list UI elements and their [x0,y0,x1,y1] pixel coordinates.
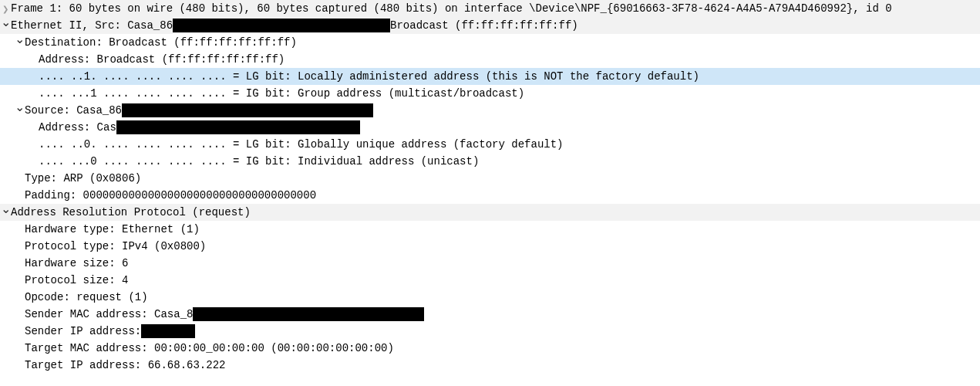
arp-target-ip: Target IP address: 66.68.63.222 [25,357,225,374]
packet-details-tree: Frame 1: 60 bytes on wire (480 bits), 60… [0,0,980,374]
eth-type-row[interactable]: Type: ARP (0x0806) [0,170,980,187]
arp-target-ip-row[interactable]: Target IP address: 66.68.63.222 [0,357,980,374]
arp-protosize-row[interactable]: Protocol size: 4 [0,272,980,289]
arp-summary-row[interactable]: Address Resolution Protocol (request) [0,204,980,221]
arp-sender-mac-prefix: Sender MAC address: Casa_8 [25,306,193,323]
redacted-block [193,307,424,321]
arp-summary: Address Resolution Protocol (request) [11,204,251,221]
redacted-block [141,324,195,338]
eth-dst-address-row[interactable]: Address: Broadcast (ff:ff:ff:ff:ff:ff) [0,51,980,68]
eth-summary-row[interactable]: Ethernet II, Src: Casa_86 Broadcast (ff:… [0,17,980,34]
frame-summary-row[interactable]: Frame 1: 60 bytes on wire (480 bits), 60… [0,0,980,17]
arp-sender-ip-prefix: Sender IP address: [25,323,141,340]
arp-target-mac-row[interactable]: Target MAC address: 00:00:00_00:00:00 (0… [0,340,980,357]
arp-hwsize: Hardware size: 6 [25,255,128,272]
collapse-icon[interactable] [14,102,25,120]
eth-summary-prefix: Ethernet II, Src: Casa_86 [11,17,173,34]
arp-prototype-row[interactable]: Protocol type: IPv4 (0x0800) [0,238,980,255]
arp-target-mac: Target MAC address: 00:00:00_00:00:00 (0… [25,340,394,357]
eth-src-summary-prefix: Source: Casa_86 [25,102,122,119]
eth-dst-lgbit: .... ..1. .... .... .... .... = LG bit: … [39,68,699,85]
arp-opcode: Opcode: request (1) [25,289,148,306]
eth-padding: Padding: 0000000000000000000000000000000… [25,187,316,204]
eth-src-address-row[interactable]: Address: Cas [0,119,980,136]
collapse-icon[interactable] [0,204,11,222]
eth-src-igbit-row[interactable]: .... ...0 .... .... .... .... = IG bit: … [0,153,980,170]
arp-hwsize-row[interactable]: Hardware size: 6 [0,255,980,272]
eth-src-lgbit-row[interactable]: .... ..0. .... .... .... .... = LG bit: … [0,136,980,153]
eth-dst-igbit-row[interactable]: .... ...1 .... .... .... .... = IG bit: … [0,85,980,102]
collapse-icon[interactable] [0,17,11,35]
eth-padding-row[interactable]: Padding: 0000000000000000000000000000000… [0,187,980,204]
frame-summary-text: Frame 1: 60 bytes on wire (480 bits), 60… [11,0,892,17]
eth-src-igbit: .... ...0 .... .... .... .... = IG bit: … [39,153,479,170]
redacted-block [173,19,390,32]
arp-hwtype-row[interactable]: Hardware type: Ethernet (1) [0,221,980,238]
eth-dst-address: Address: Broadcast (ff:ff:ff:ff:ff:ff) [39,51,285,68]
arp-opcode-row[interactable]: Opcode: request (1) [0,289,980,306]
redacted-block [122,103,373,117]
redacted-block [116,120,360,134]
eth-src-lgbit: .... ..0. .... .... .... .... = LG bit: … [39,136,564,153]
eth-src-row[interactable]: Source: Casa_86 [0,102,980,119]
eth-dst-lgbit-row[interactable]: .... ..1. .... .... .... .... = LG bit: … [0,68,980,85]
eth-dst-summary: Destination: Broadcast (ff:ff:ff:ff:ff:f… [25,34,297,51]
eth-src-address-prefix: Address: Cas [39,119,116,136]
eth-dst-igbit: .... ...1 .... .... .... .... = IG bit: … [39,85,524,102]
arp-protosize: Protocol size: 4 [25,272,128,289]
collapse-icon[interactable] [14,34,25,52]
arp-sender-mac-row[interactable]: Sender MAC address: Casa_8 [0,306,980,323]
arp-sender-ip-row[interactable]: Sender IP address: [0,323,980,340]
eth-summary-suffix: Broadcast (ff:ff:ff:ff:ff:ff) [390,17,578,34]
eth-dst-row[interactable]: Destination: Broadcast (ff:ff:ff:ff:ff:f… [0,34,980,51]
eth-type: Type: ARP (0x0806) [25,170,141,187]
arp-prototype: Protocol type: IPv4 (0x0800) [25,238,206,255]
arp-hwtype: Hardware type: Ethernet (1) [25,221,200,238]
